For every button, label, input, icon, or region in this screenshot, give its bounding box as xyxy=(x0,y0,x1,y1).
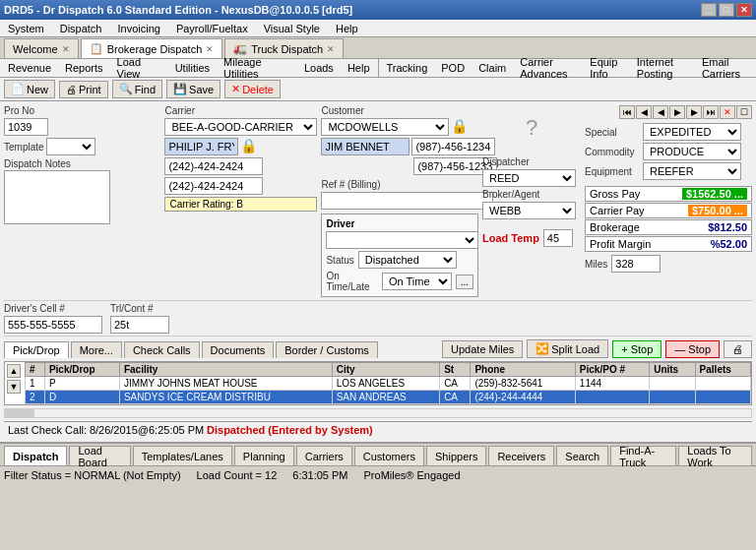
bottom-tab-find-a-truck[interactable]: Find-A-Truck xyxy=(610,446,676,465)
broker-agent-select[interactable]: WEBB xyxy=(482,202,576,219)
trl-cont-input[interactable] xyxy=(110,316,169,334)
pro-no-input[interactable] xyxy=(4,118,48,136)
find-button[interactable]: 🔍 Find xyxy=(112,80,162,98)
carrier-phone2-input[interactable] xyxy=(164,177,263,195)
delete-button[interactable]: ✕ Delete xyxy=(224,80,281,98)
tab-truck-close[interactable]: ✕ xyxy=(327,44,335,54)
inner-tab-check-calls[interactable]: Check Calls xyxy=(124,341,200,358)
driver-cell-input[interactable] xyxy=(4,316,102,334)
split-load-button[interactable]: 🔀 Split Load xyxy=(527,339,608,358)
dispatcher-select[interactable]: REED xyxy=(482,169,576,187)
bottom-tab-shippers[interactable]: Shippers xyxy=(426,446,486,465)
customer-lock-icon[interactable]: 🔒 xyxy=(451,118,468,136)
submenu-mileage[interactable]: Mileage Utilities xyxy=(220,55,294,81)
scroll-up-arrow[interactable]: ▲ xyxy=(7,364,21,378)
print-table-button[interactable]: 🖨 xyxy=(724,340,752,358)
dispatch-notes-textarea[interactable] xyxy=(4,170,110,224)
bottom-tab-loads-to-work[interactable]: Loads To Work xyxy=(678,446,752,465)
customer-contact-input[interactable] xyxy=(321,138,410,155)
inner-tab-more[interactable]: More... xyxy=(71,341,122,358)
bottom-tab-receivers[interactable]: Receivers xyxy=(488,446,554,465)
bottom-tab-customers[interactable]: Customers xyxy=(354,446,424,465)
new-button[interactable]: 📄 New xyxy=(4,80,55,98)
on-time-select[interactable]: On Time xyxy=(382,273,452,290)
bottom-tab-load-board[interactable]: Load Board xyxy=(69,446,130,465)
nav-new[interactable]: ☐ xyxy=(736,105,752,119)
inner-tab-pick-drop[interactable]: Pick/Drop xyxy=(4,341,69,358)
bottom-tab-dispatch[interactable]: Dispatch xyxy=(4,446,67,465)
print-button[interactable]: 🖨 Print xyxy=(59,81,108,98)
nav-prev-prev[interactable]: ◀ xyxy=(636,105,652,119)
minus-stop-button[interactable]: — Stop xyxy=(665,340,720,358)
horizontal-scrollbar[interactable] xyxy=(4,408,752,418)
commodity-select[interactable]: PRODUCE xyxy=(643,143,741,160)
table-row[interactable]: 2 D SANDYS ICE CREAM DISTRIBU SAN ANDREA… xyxy=(26,391,751,404)
submenu-pod[interactable]: POD xyxy=(437,61,469,75)
nav-next[interactable]: ▶ xyxy=(669,105,685,119)
nav-first[interactable]: ⏮ xyxy=(619,105,635,119)
submenu-tracking[interactable]: Tracking xyxy=(383,61,432,75)
customer-select[interactable]: MCDOWELLS xyxy=(321,118,449,136)
submenu-reports[interactable]: Reports xyxy=(61,61,107,75)
close-btn[interactable]: ✕ xyxy=(736,3,752,17)
submenu-load-view[interactable]: Load View xyxy=(113,55,165,81)
menu-payroll[interactable]: Payroll/Fueltax xyxy=(172,22,252,35)
carrier-select[interactable]: BEE-A-GOOD-CARRIER xyxy=(164,118,317,136)
bottom-tab-carriers[interactable]: Carriers xyxy=(296,446,352,465)
gross-pay-label: Gross Pay xyxy=(590,188,640,200)
submenu-email-carriers[interactable]: Email Carriers xyxy=(698,55,752,81)
bottom-tab-templates[interactable]: Templates/Lanes xyxy=(133,446,232,465)
scrollbar-thumb[interactable] xyxy=(5,409,34,417)
load-temp-input[interactable] xyxy=(543,229,573,247)
equipment-select[interactable]: REEFER xyxy=(643,162,741,180)
submenu-claim[interactable]: Claim xyxy=(474,61,510,75)
tab-welcome[interactable]: Welcome ✕ xyxy=(4,38,79,58)
row2-city: SAN ANDREAS xyxy=(332,391,439,404)
brokerage-value: $812.50 xyxy=(708,221,747,233)
tab-welcome-close[interactable]: ✕ xyxy=(62,44,70,54)
find-icon: 🔍 xyxy=(119,83,133,95)
nav-next-next[interactable]: ▶ xyxy=(686,105,702,119)
menu-system[interactable]: System xyxy=(4,22,48,35)
on-time-btn[interactable]: ... xyxy=(456,275,473,289)
inner-tab-border[interactable]: Border / Customs xyxy=(276,341,378,358)
bottom-tab-planning[interactable]: Planning xyxy=(234,446,294,465)
minimize-btn[interactable]: _ xyxy=(701,3,717,17)
template-select[interactable] xyxy=(46,138,95,155)
update-miles-button[interactable]: Update Miles xyxy=(442,340,523,358)
carrier-phone1-input[interactable] xyxy=(164,157,263,175)
tab-brokerage-close[interactable]: ✕ xyxy=(206,44,214,54)
lock-icon[interactable]: 🔒 xyxy=(240,138,257,155)
menu-visual-style[interactable]: Visual Style xyxy=(260,22,324,35)
driver-select[interactable] xyxy=(326,231,478,249)
window-controls[interactable]: _ □ ✕ xyxy=(701,3,752,17)
table-row[interactable]: 1 P JIMMY JOHNS MEAT HOUSE LOS ANGELES C… xyxy=(26,377,751,391)
ref-billing-input[interactable] xyxy=(321,192,493,210)
submenu-help[interactable]: Help xyxy=(344,61,374,75)
menu-dispatch[interactable]: Dispatch xyxy=(56,22,106,35)
save-button[interactable]: 💾 Save xyxy=(166,80,220,98)
submenu-internet-posting[interactable]: Internet Posting xyxy=(633,55,692,81)
menu-invoicing[interactable]: Invoicing xyxy=(113,22,163,35)
inner-tab-documents[interactable]: Documents xyxy=(202,341,275,358)
scroll-down-arrow[interactable]: ▼ xyxy=(7,380,21,394)
special-select[interactable]: EXPEDITED xyxy=(643,123,741,141)
dispatcher-label: Dispatcher xyxy=(482,156,581,167)
maximize-btn[interactable]: □ xyxy=(719,3,734,17)
nav-close[interactable]: ✕ xyxy=(720,105,735,119)
submenu-carrier-advances[interactable]: Carrier Advances xyxy=(516,55,580,81)
plus-stop-button[interactable]: + Stop xyxy=(612,340,662,358)
ref-billing-label: Ref # (Billing) xyxy=(321,179,478,190)
submenu-utilities[interactable]: Utilities xyxy=(171,61,214,75)
nav-last[interactable]: ⏭ xyxy=(703,105,719,119)
submenu-equip-info[interactable]: Equip Info xyxy=(586,55,627,81)
check-call-datetime: 8/26/2015@6:25:05 PM xyxy=(90,424,204,436)
carrier-rep-input[interactable] xyxy=(164,138,238,155)
bottom-tab-search[interactable]: Search xyxy=(556,446,608,465)
miles-input[interactable] xyxy=(611,255,661,273)
status-select[interactable]: Dispatched xyxy=(358,251,457,269)
submenu-revenue[interactable]: Revenue xyxy=(4,61,55,75)
nav-prev[interactable]: ◀ xyxy=(653,105,668,119)
submenu-loads[interactable]: Loads xyxy=(300,61,338,75)
menu-help[interactable]: Help xyxy=(332,22,362,35)
